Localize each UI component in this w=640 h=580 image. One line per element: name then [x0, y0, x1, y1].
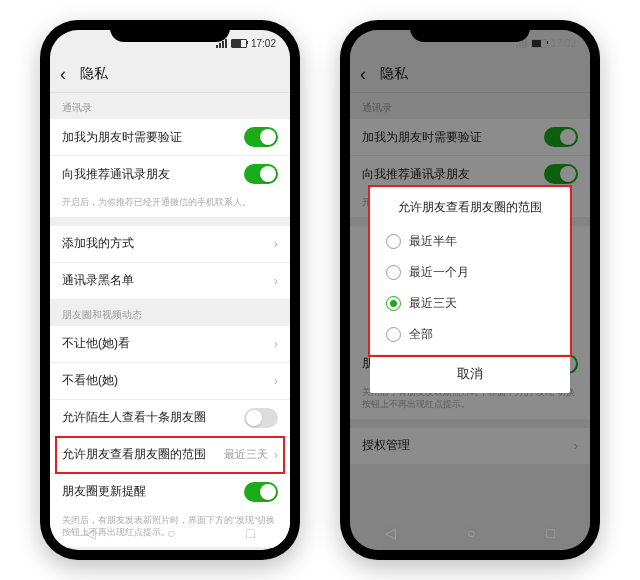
android-navbar: ◁ ○ □: [350, 516, 590, 550]
modal-overlay[interactable]: 允许朋友查看朋友圈的范围 最近半年 最近一个月 最近三天 全部 取消: [350, 30, 590, 550]
row-label: 添加我的方式: [62, 235, 134, 252]
row-label: 允许陌生人查看十条朋友圈: [62, 409, 206, 426]
row-value: 最近三天: [224, 447, 268, 462]
option-label: 最近半年: [409, 233, 457, 250]
row-recommend[interactable]: 向我推荐通讯录朋友: [50, 156, 290, 192]
section-moments: 朋友圈和视频动态: [50, 300, 290, 326]
nav-recent-icon[interactable]: □: [546, 525, 554, 541]
row-label: 不让他(她)看: [62, 335, 130, 352]
nav-back-icon[interactable]: ◁: [85, 525, 96, 541]
option-label: 最近三天: [409, 295, 457, 312]
toggle-strangers[interactable]: [244, 408, 278, 428]
chevron-right-icon: ›: [274, 273, 278, 288]
chevron-right-icon: ›: [274, 236, 278, 251]
row-label: 不看他(她): [62, 372, 118, 389]
cancel-button[interactable]: 取消: [370, 354, 570, 393]
status-time: 17:02: [251, 38, 276, 49]
notch: [410, 20, 530, 42]
phone-right: 17:02 ‹ 隐私 通讯录 加我为朋友时需要验证 向我推荐通讯录朋友 开启后，…: [340, 20, 600, 560]
row-label: 朋友圈更新提醒: [62, 483, 146, 500]
radio-icon: [386, 296, 401, 311]
toggle-remind[interactable]: [244, 482, 278, 502]
radio-icon: [386, 265, 401, 280]
android-navbar: ◁ ○ □: [50, 516, 290, 550]
chevron-right-icon: ›: [274, 373, 278, 388]
row-label: 允许朋友查看朋友圈的范围: [62, 446, 206, 463]
nav-header: ‹ 隐私: [50, 56, 290, 93]
section-contacts: 通讯录: [50, 93, 290, 119]
row-range[interactable]: 允许朋友查看朋友圈的范围 最近三天 ›: [50, 437, 290, 474]
notch: [110, 20, 230, 42]
row-verify[interactable]: 加我为朋友时需要验证: [50, 119, 290, 156]
row-add-methods[interactable]: 添加我的方式 ›: [50, 226, 290, 263]
option-label: 最近一个月: [409, 264, 469, 281]
dialog-title: 允许朋友查看朋友圈的范围: [370, 187, 570, 226]
nav-back-icon[interactable]: ◁: [385, 525, 396, 541]
range-dialog: 允许朋友查看朋友圈的范围 最近半年 最近一个月 最近三天 全部 取消: [370, 187, 570, 393]
radio-icon: [386, 234, 401, 249]
row-hide-my[interactable]: 不让他(她)看 ›: [50, 326, 290, 363]
row-hide-their[interactable]: 不看他(她) ›: [50, 363, 290, 400]
row-label: 通讯录黑名单: [62, 272, 134, 289]
page-title: 隐私: [80, 65, 108, 83]
row-blacklist[interactable]: 通讯录黑名单 ›: [50, 263, 290, 300]
option-half-year[interactable]: 最近半年: [370, 226, 570, 257]
battery-icon: [231, 39, 247, 48]
nav-home-icon[interactable]: ○: [467, 525, 475, 541]
nav-recent-icon[interactable]: □: [246, 525, 254, 541]
toggle-recommend[interactable]: [244, 164, 278, 184]
row-remind[interactable]: 朋友圈更新提醒: [50, 474, 290, 510]
option-one-month[interactable]: 最近一个月: [370, 257, 570, 288]
hint-recommend: 开启后，为你推荐已经开通微信的手机联系人。: [50, 192, 290, 218]
screen-right: 17:02 ‹ 隐私 通讯录 加我为朋友时需要验证 向我推荐通讯录朋友 开启后，…: [350, 30, 590, 550]
nav-home-icon[interactable]: ○: [167, 525, 175, 541]
row-strangers[interactable]: 允许陌生人查看十条朋友圈: [50, 400, 290, 437]
option-label: 全部: [409, 326, 433, 343]
screen-left: 17:02 ‹ 隐私 通讯录 加我为朋友时需要验证 向我推荐通讯录朋友 开启后，…: [50, 30, 290, 550]
phone-left: 17:02 ‹ 隐私 通讯录 加我为朋友时需要验证 向我推荐通讯录朋友 开启后，…: [40, 20, 300, 560]
row-label: 向我推荐通讯录朋友: [62, 166, 170, 183]
chevron-right-icon: ›: [274, 447, 278, 462]
back-icon[interactable]: ‹: [60, 64, 80, 85]
option-three-days[interactable]: 最近三天: [370, 288, 570, 319]
radio-icon: [386, 327, 401, 342]
chevron-right-icon: ›: [274, 336, 278, 351]
row-label: 加我为朋友时需要验证: [62, 129, 182, 146]
toggle-verify[interactable]: [244, 127, 278, 147]
option-all[interactable]: 全部: [370, 319, 570, 350]
